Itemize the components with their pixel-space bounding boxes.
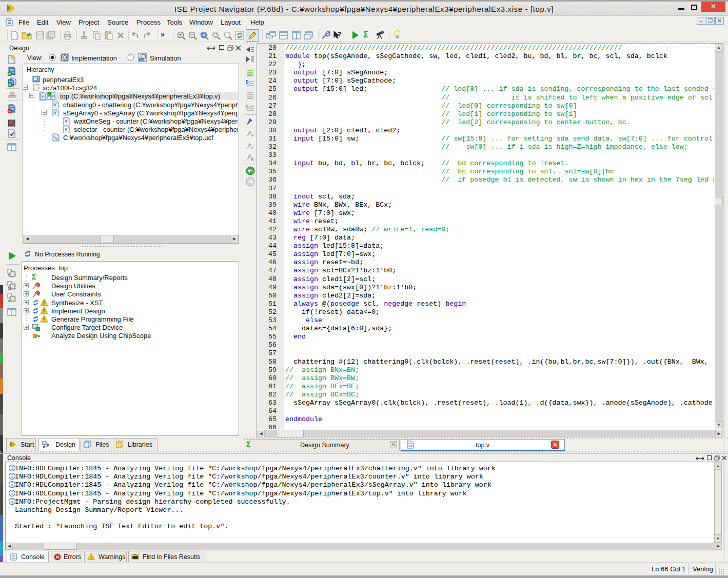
svg-text:iSim: iSim: [140, 58, 146, 61]
svg-text:v: v: [65, 118, 67, 124]
svg-text:v: v: [54, 110, 56, 115]
svg-text:5: 5: [246, 79, 249, 85]
svg-text:!: !: [43, 317, 45, 323]
svg-text:!: !: [43, 308, 45, 314]
svg-text:5: 5: [246, 104, 249, 110]
svg-text:!: !: [90, 555, 92, 560]
svg-text:v: v: [65, 126, 67, 132]
svg-text:v: v: [42, 94, 44, 99]
svg-text:!: !: [43, 300, 45, 306]
svg-text:v: v: [54, 102, 56, 107]
svg-text:?: ?: [338, 30, 342, 38]
